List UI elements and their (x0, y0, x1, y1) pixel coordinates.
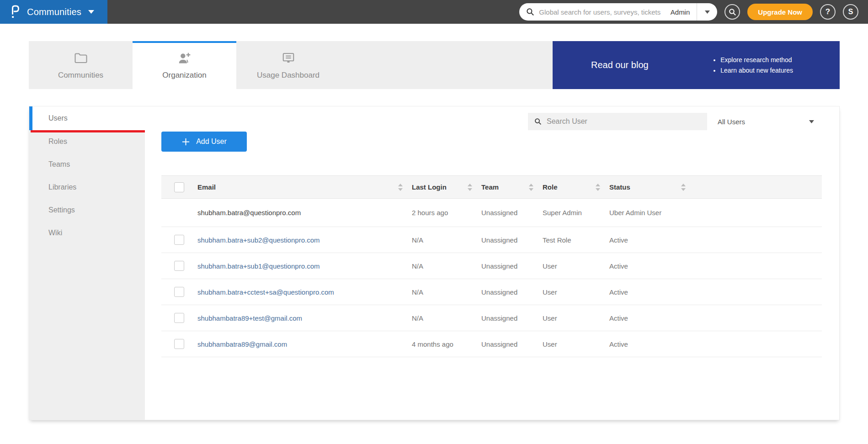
checkbox-cell (161, 227, 188, 253)
email-text: shubham.batra@questionpro.com (197, 209, 301, 217)
actions-column-header (690, 176, 822, 199)
row-checkbox[interactable] (174, 339, 184, 349)
cell-status: Active (605, 331, 690, 357)
cell-team: Unassigned (477, 331, 538, 357)
email-link[interactable]: shubham.batra+sub2@questionpro.com (197, 236, 320, 244)
cell-role: Test Role (538, 227, 605, 253)
sidebar-item-users[interactable]: Users (29, 106, 145, 130)
cell-email: shubham.batra+sub1@questionpro.com (188, 253, 407, 279)
blog-title[interactable]: Read our blog (591, 60, 649, 70)
folder-icon (74, 52, 88, 66)
column-header-role[interactable]: Role (538, 176, 605, 199)
row-checkbox[interactable] (174, 287, 184, 297)
cell-email: shubham.batra@questionpro.com (188, 199, 407, 227)
cell-role: Super Admin (538, 199, 605, 227)
column-header-team[interactable]: Team (477, 176, 538, 199)
column-label: Role (543, 183, 558, 191)
search-icon (729, 8, 736, 16)
chevron-down-icon (809, 120, 814, 123)
add-user-button[interactable]: Add User (161, 132, 247, 152)
checkbox-cell (161, 331, 188, 357)
help-button[interactable]: ? (820, 4, 836, 20)
person-plus-icon (177, 52, 192, 66)
search-button[interactable] (724, 4, 740, 20)
upgrade-button[interactable]: Upgrade Now (747, 4, 813, 20)
checkbox-cell (161, 199, 188, 227)
column-label: Status (609, 183, 630, 191)
sort-icon[interactable] (398, 184, 403, 191)
user-filter-value: All Users (718, 118, 745, 126)
blog-banner: Read our blog Explore research methodLea… (553, 41, 840, 89)
cell-team: Unassigned (477, 199, 538, 227)
email-link[interactable]: shubhambatra89@gmail.com (197, 340, 287, 348)
cell-email: shubham.batra+sub2@questionpro.com (188, 227, 407, 253)
sidebar-item-label: Teams (48, 160, 70, 169)
search-icon (534, 118, 542, 125)
avatar[interactable]: S (843, 4, 858, 20)
sidebar-item-label: Roles (48, 137, 67, 146)
tab-label: Communities (58, 71, 103, 80)
tab-label: Usage Dashboard (257, 71, 320, 80)
sidebar-item-teams[interactable]: Teams (29, 153, 145, 176)
product-name: Communities (27, 7, 81, 17)
cell-team: Unassigned (477, 253, 538, 279)
cell-team: Unassigned (477, 227, 538, 253)
cell-status: Active (605, 253, 690, 279)
email-link[interactable]: shubham.batra+sub1@questionpro.com (197, 262, 320, 270)
cell-last-login: N/A (407, 279, 477, 305)
sidebar-item-settings[interactable]: Settings (29, 199, 145, 222)
sort-icon[interactable] (529, 184, 533, 191)
sidebar-item-roles[interactable]: Roles (29, 130, 145, 153)
column-header-email[interactable]: Email (188, 176, 407, 199)
sort-icon[interactable] (596, 184, 600, 191)
global-search-input[interactable] (539, 8, 663, 16)
sidebar-item-wiki[interactable]: Wiki (29, 222, 145, 244)
sort-icon[interactable] (681, 184, 686, 191)
add-user-label: Add User (196, 137, 227, 146)
select-all-checkbox[interactable] (174, 182, 184, 192)
cell-actions (690, 199, 822, 227)
dashboard-icon (282, 52, 295, 66)
row-checkbox[interactable] (174, 313, 184, 323)
cell-last-login: 2 hours ago (407, 199, 477, 227)
tab-organization[interactable]: Organization (133, 41, 236, 89)
sidebar-item-label: Wiki (48, 229, 62, 237)
cell-role: User (538, 331, 605, 357)
column-header-status[interactable]: Status (605, 176, 690, 199)
checkbox-cell (161, 305, 188, 331)
column-header-last-login[interactable]: Last Login (407, 176, 477, 199)
cell-email: shubham.batra+cctest+sa@questionpro.com (188, 279, 407, 305)
cell-actions (690, 331, 822, 357)
select-all-cell (161, 176, 188, 199)
table-row: shubham.batra+sub2@questionpro.comN/AUna… (161, 227, 822, 253)
cell-role: User (538, 253, 605, 279)
user-search-input[interactable] (547, 117, 707, 126)
table-header-row: EmailLast LoginTeamRoleStatus (161, 176, 822, 199)
row-checkbox[interactable] (174, 261, 184, 271)
cell-last-login: 4 months ago (407, 331, 477, 357)
sort-icon[interactable] (468, 184, 472, 191)
row-checkbox[interactable] (174, 235, 184, 245)
tab-communities[interactable]: Communities (29, 41, 133, 89)
plus-icon (181, 137, 190, 146)
checkbox-cell (161, 253, 188, 279)
cell-email: shubhambatra89+test@gmail.com (188, 305, 407, 331)
search-scope-dropdown[interactable] (697, 3, 717, 21)
table-row: shubhambatra89@gmail.com4 months agoUnas… (161, 331, 822, 357)
sidebar: UsersRolesTeamsLibrariesSettingsWiki (29, 106, 145, 420)
cell-role: User (538, 279, 605, 305)
user-filter-dropdown[interactable]: All Users (714, 113, 820, 130)
cell-last-login: N/A (407, 253, 477, 279)
table-row: shubham.batra@questionpro.com2 hours ago… (161, 199, 822, 227)
email-link[interactable]: shubhambatra89+test@gmail.com (197, 314, 302, 322)
sidebar-item-libraries[interactable]: Libraries (29, 176, 145, 199)
sidebar-item-label: Users (48, 114, 68, 122)
email-link[interactable]: shubham.batra+cctest+sa@questionpro.com (197, 288, 334, 296)
search-scope-label: Admin (664, 8, 697, 16)
tab-usage-dashboard[interactable]: Usage Dashboard (236, 41, 340, 89)
checkbox-cell (161, 279, 188, 305)
product-switcher[interactable]: Communities (0, 0, 107, 24)
cell-role: User (538, 305, 605, 331)
column-label: Team (481, 183, 499, 191)
cell-actions (690, 305, 822, 331)
